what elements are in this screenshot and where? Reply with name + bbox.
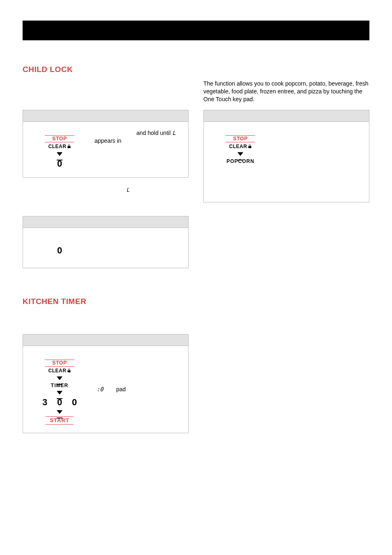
one-touch-note: When cooking is finished, 4 beep sound a… — [210, 172, 363, 186]
down-arrow-icon — [57, 391, 62, 395]
child-lock-cancel-head: Example: To cancel Child Lock — [23, 216, 188, 228]
child-lock-set-box: Example: To set Child Lock Press STOP CL… — [23, 110, 189, 178]
kitchen-timer-expl: (:0 pad appears in display) — [95, 352, 182, 394]
stop-clear-key: STOP CLEAR — [226, 135, 255, 150]
child-lock-cancel-expl: (Number pad) and hold until L disappears… — [95, 234, 182, 260]
down-arrow-icon — [57, 376, 62, 380]
one-touch-title: ONE TOUCH COOKING — [203, 65, 369, 74]
digit-3-key: 3 — [41, 397, 48, 408]
child-lock-desc: CHILD LOCK prevents unwanted oven operat… — [23, 80, 189, 103]
stop-clear-key: STOP CLEAR — [45, 135, 74, 150]
child-lock-set-expl: (Number 0 pad) and hold until L appears … — [95, 128, 182, 153]
kitchen-timer-box: Example: To set 3 minutes kitchen timer … — [23, 334, 189, 433]
one-touch-keys: Press STOP CLEAR POPCORN — [210, 128, 271, 164]
one-touch-desc: The function allows you to cook popcorn,… — [203, 80, 369, 103]
lock-icon — [248, 144, 251, 149]
child-lock-set-head: Example: To set Child Lock — [23, 110, 188, 122]
one-touch-box: Example: To cook popcorn Press STOP CLEA… — [203, 110, 369, 202]
down-arrow-icon — [238, 152, 243, 156]
child-lock-cancel-keys: Press STOPCLEAR 0 — [29, 234, 90, 256]
press-label: Press — [30, 353, 90, 359]
clear-label: CLEAR — [229, 144, 252, 149]
child-lock-note: If you touch a pad after setting Child L… — [23, 186, 189, 209]
stop-clear-key: STOP CLEAR — [45, 360, 74, 374]
clear-label: CLEAR — [48, 144, 71, 149]
press-label: Press — [210, 128, 271, 135]
child-lock-cancel-box: Example: To cancel Child Lock Press STOP… — [23, 216, 189, 268]
one-touch-head: Example: To cook popcorn — [204, 110, 369, 122]
down-arrow-icon — [57, 410, 62, 414]
press-label: Press — [30, 128, 90, 135]
child-lock-set-keys: Press STOP CLEAR 0 — [29, 128, 90, 169]
right-column: ONE TOUCH COOKING The function allows yo… — [203, 65, 369, 441]
child-lock-title: CHILD LOCK — [23, 65, 189, 74]
kitchen-timer-title: KITCHEN TIMER — [23, 297, 189, 306]
stop-label: STOP — [226, 135, 255, 142]
digit-0-key: 0 — [71, 397, 78, 408]
kitchen-timer-desc: Kitchen Timer allows you to set the time… — [23, 312, 189, 327]
one-touch-expl: When you press the POPCORN key pad, C-1 … — [275, 128, 363, 145]
stop-label: STOP — [45, 135, 74, 142]
press-label: Press — [30, 235, 90, 241]
digit-0-key: 0 — [29, 245, 90, 256]
down-arrow-icon — [57, 152, 62, 156]
lock-icon — [67, 368, 71, 374]
kitchen-timer-head: Example: To set 3 minutes kitchen timer — [23, 334, 188, 346]
lock-icon — [67, 144, 71, 149]
stop-label: STOP — [45, 360, 74, 367]
left-column: CHILD LOCK CHILD LOCK prevents unwanted … — [23, 65, 189, 441]
page-banner — [23, 21, 369, 40]
clear-label: CLEAR — [48, 368, 71, 374]
kitchen-timer-keys: Press STOP CLEAR TIMER 3 0 0 — [29, 352, 90, 425]
